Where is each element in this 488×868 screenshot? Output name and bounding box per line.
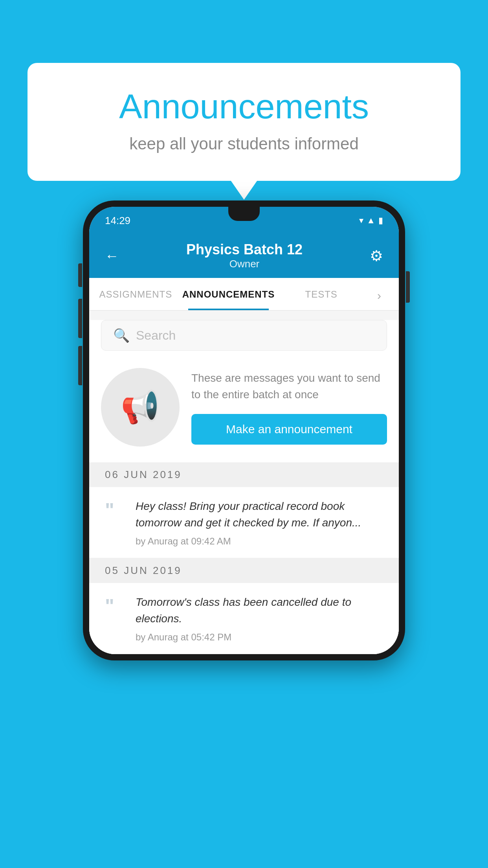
- phone-outer: 14:29 ▾ ▲ ▮ ← Physics Batch 12 Owner ⚙: [83, 200, 405, 660]
- back-button[interactable]: ←: [105, 248, 119, 264]
- content-area: 🔍 Search 📢 These are messages you want t…: [89, 320, 399, 654]
- signal-icon: ▲: [367, 215, 375, 226]
- search-bar[interactable]: 🔍 Search: [101, 320, 387, 351]
- battery-icon: ▮: [378, 215, 383, 226]
- batch-subtitle: Owner: [186, 258, 303, 270]
- quote-icon-1: ": [105, 500, 125, 520]
- announcement-meta-1: by Anurag at 09:42 AM: [136, 536, 383, 547]
- quote-icon-2: ": [105, 596, 125, 616]
- settings-icon[interactable]: ⚙: [370, 247, 383, 265]
- speech-bubble-container: Announcements keep all your students inf…: [28, 63, 460, 181]
- announcement-text-1: Hey class! Bring your practical record b…: [136, 498, 383, 531]
- date-separator-2: 05 JUN 2019: [89, 558, 399, 583]
- announcement-content-2: Tomorrow's class has been cancelled due …: [136, 594, 383, 643]
- status-icons: ▾ ▲ ▮: [359, 215, 383, 226]
- bubble-subtitle: keep all your students informed: [59, 134, 429, 153]
- announcement-text-2: Tomorrow's class has been cancelled due …: [136, 594, 383, 627]
- announcement-item-2: " Tomorrow's class has been cancelled du…: [89, 583, 399, 654]
- announcement-meta-2: by Anurag at 05:42 PM: [136, 632, 383, 643]
- silent-button: [78, 346, 82, 385]
- search-placeholder: Search: [136, 328, 176, 343]
- phone-screen: 14:29 ▾ ▲ ▮ ← Physics Batch 12 Owner ⚙: [89, 207, 399, 654]
- announcement-item-1: " Hey class! Bring your practical record…: [89, 487, 399, 558]
- tabs-bar: ASSIGNMENTS ANNOUNCEMENTS TESTS ›: [89, 278, 399, 311]
- bubble-title: Announcements: [59, 86, 429, 127]
- status-time: 14:29: [105, 215, 130, 227]
- intro-description: These are messages you want to send to t…: [191, 370, 387, 403]
- phone-notch: [228, 207, 260, 221]
- intro-right: These are messages you want to send to t…: [191, 370, 387, 445]
- announcement-content-1: Hey class! Bring your practical record b…: [136, 498, 383, 547]
- announcement-intro: 📢 These are messages you want to send to…: [89, 360, 399, 462]
- wifi-icon: ▾: [359, 215, 363, 226]
- batch-title: Physics Batch 12: [186, 241, 303, 258]
- make-announcement-button[interactable]: Make an announcement: [191, 414, 387, 445]
- app-header: ← Physics Batch 12 Owner ⚙: [89, 234, 399, 278]
- megaphone-icon: 📢: [121, 389, 160, 426]
- status-bar: 14:29 ▾ ▲ ▮: [89, 207, 399, 234]
- header-title-section: Physics Batch 12 Owner: [186, 241, 303, 270]
- megaphone-circle: 📢: [101, 368, 180, 447]
- phone-wrapper: 14:29 ▾ ▲ ▮ ← Physics Batch 12 Owner ⚙: [83, 200, 405, 660]
- tab-announcements[interactable]: ANNOUNCEMENTS: [178, 278, 279, 310]
- date-separator-1: 06 JUN 2019: [89, 462, 399, 487]
- speech-bubble: Announcements keep all your students inf…: [28, 63, 460, 181]
- tab-tests[interactable]: TESTS: [279, 278, 364, 310]
- volume-up-button: [78, 263, 82, 287]
- power-button: [406, 271, 410, 303]
- search-icon: 🔍: [113, 327, 130, 343]
- volume-down-button: [78, 299, 82, 338]
- tab-assignments[interactable]: ASSIGNMENTS: [93, 278, 178, 310]
- tab-more[interactable]: ›: [364, 278, 395, 310]
